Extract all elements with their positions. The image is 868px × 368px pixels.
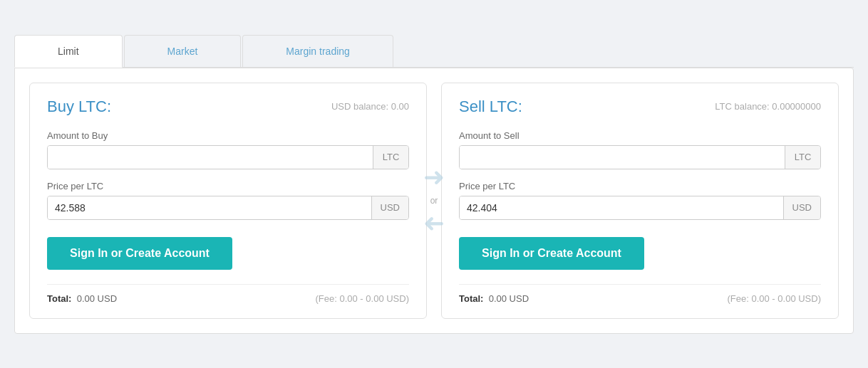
- buy-price-suffix: USD: [371, 196, 408, 219]
- sell-price-label: Price per LTC: [459, 181, 821, 191]
- buy-amount-suffix: LTC: [373, 146, 408, 169]
- main-panel: Buy LTC: USD balance: 0.00 Amount to Buy…: [14, 68, 854, 334]
- buy-total-value: 0.00 USD: [77, 293, 117, 304]
- sell-total-value: 0.00 USD: [489, 293, 529, 304]
- tabs-bar: Limit Market Margin trading: [14, 35, 854, 68]
- sell-amount-label: Amount to Sell: [459, 130, 821, 141]
- sell-price-input[interactable]: [460, 196, 783, 219]
- buy-price-label: Price per LTC: [47, 181, 409, 191]
- sell-amount-suffix: LTC: [785, 146, 820, 169]
- buy-price-input[interactable]: [48, 196, 371, 219]
- sell-card-header: Sell LTC: LTC balance: 0.00000000: [459, 98, 821, 116]
- arrow-right-icon: ➜: [423, 164, 445, 190]
- swap-arrows: ➜ or ➜: [423, 164, 445, 237]
- sell-sign-in-button[interactable]: Sign In or Create Account: [459, 237, 644, 270]
- sell-price-group: USD: [459, 196, 821, 220]
- sell-total-label: Total:: [459, 293, 483, 304]
- buy-card-footer: Total: 0.00 USD (Fee: 0.00 - 0.00 USD): [47, 284, 409, 304]
- buy-amount-label: Amount to Buy: [47, 130, 409, 141]
- buy-total-label: Total:: [47, 293, 71, 304]
- buy-amount-input[interactable]: [48, 146, 373, 169]
- buy-card-title: Buy LTC:: [47, 98, 111, 116]
- sell-card: Sell LTC: LTC balance: 0.00000000 Amount…: [441, 83, 839, 319]
- buy-sign-in-button[interactable]: Sign In or Create Account: [47, 237, 232, 270]
- sell-amount-group: LTC: [459, 145, 821, 169]
- trading-container: Limit Market Margin trading Buy LTC: USD…: [14, 35, 854, 334]
- sell-price-suffix: USD: [783, 196, 820, 219]
- sell-total: Total: 0.00 USD: [459, 293, 529, 304]
- sell-amount-input[interactable]: [460, 146, 785, 169]
- buy-card: Buy LTC: USD balance: 0.00 Amount to Buy…: [29, 83, 427, 319]
- buy-card-header: Buy LTC: USD balance: 0.00: [47, 98, 409, 116]
- sell-fee: (Fee: 0.00 - 0.00 USD): [728, 293, 822, 304]
- columns-layout: Buy LTC: USD balance: 0.00 Amount to Buy…: [29, 83, 839, 319]
- buy-balance-label: USD balance: 0.00: [331, 101, 409, 112]
- sell-card-title: Sell LTC:: [459, 98, 522, 116]
- or-label: or: [430, 196, 438, 206]
- sell-balance-label: LTC balance: 0.00000000: [715, 101, 821, 112]
- sell-card-footer: Total: 0.00 USD (Fee: 0.00 - 0.00 USD): [459, 284, 821, 304]
- tab-limit[interactable]: Limit: [14, 35, 123, 68]
- buy-fee: (Fee: 0.00 - 0.00 USD): [316, 293, 410, 304]
- tab-market[interactable]: Market: [124, 35, 242, 67]
- arrow-left-icon: ➜: [423, 211, 445, 237]
- buy-total: Total: 0.00 USD: [47, 293, 117, 304]
- buy-price-group: USD: [47, 196, 409, 220]
- buy-amount-group: LTC: [47, 145, 409, 169]
- tab-margin[interactable]: Margin trading: [242, 35, 393, 67]
